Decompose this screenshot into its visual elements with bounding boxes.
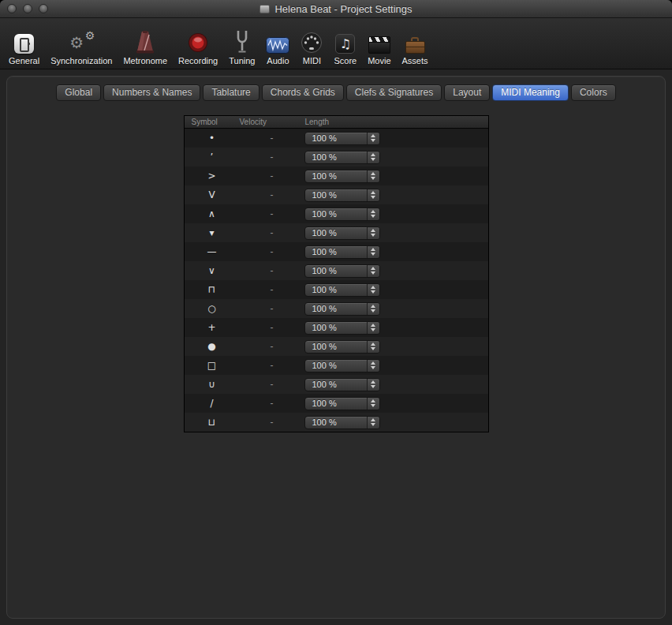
- articulation-symbol: ∪: [208, 380, 215, 389]
- length-stepper[interactable]: 100 %: [304, 264, 380, 278]
- length-value: 100 %: [305, 228, 367, 238]
- stepper-down-icon[interactable]: [371, 139, 375, 142]
- toolbar-item-recording[interactable]: Recording: [173, 29, 223, 65]
- stepper-arrows[interactable]: [367, 265, 379, 277]
- stepper-down-icon[interactable]: [371, 158, 375, 161]
- stepper-arrows[interactable]: [367, 227, 379, 239]
- stepper-arrows[interactable]: [367, 341, 379, 353]
- stepper-arrows[interactable]: [367, 303, 379, 315]
- velocity-value: -: [271, 133, 274, 144]
- length-stepper[interactable]: 100 %: [304, 302, 380, 316]
- stepper-up-icon[interactable]: [371, 267, 375, 270]
- stepper-down-icon[interactable]: [371, 404, 375, 407]
- stepper-up-icon[interactable]: [371, 248, 375, 251]
- length-stepper[interactable]: 100 %: [304, 226, 380, 240]
- tab-tablature[interactable]: Tablature: [203, 84, 259, 101]
- toolbar-label: Metronome: [123, 56, 167, 65]
- stepper-arrows[interactable]: [367, 322, 379, 334]
- stepper-arrows[interactable]: [367, 379, 379, 391]
- stepper-down-icon[interactable]: [371, 309, 375, 312]
- stepper-down-icon[interactable]: [371, 215, 375, 218]
- stepper-arrows[interactable]: [367, 398, 379, 410]
- toolbar-item-midi[interactable]: MIDI: [295, 29, 328, 65]
- stepper-down-icon[interactable]: [371, 290, 375, 294]
- stepper-up-icon[interactable]: [371, 399, 375, 402]
- stepper-down-icon[interactable]: [371, 366, 375, 369]
- toolbar-item-audio[interactable]: Audio: [260, 29, 295, 65]
- stepper-up-icon[interactable]: [371, 153, 375, 156]
- stepper-up-icon[interactable]: [371, 172, 375, 175]
- stepper-up-icon[interactable]: [371, 418, 375, 421]
- stepper-down-icon[interactable]: [371, 423, 375, 426]
- length-stepper[interactable]: 100 %: [304, 283, 380, 297]
- tab-midi-meaning[interactable]: MIDI Meaning: [492, 84, 569, 101]
- length-stepper[interactable]: 100 %: [304, 359, 380, 372]
- stepper-up-icon[interactable]: [371, 361, 375, 365]
- velocity-value: -: [271, 398, 274, 409]
- stepper-arrows[interactable]: [367, 246, 379, 258]
- tab-chords-grids[interactable]: Chords & Grids: [262, 84, 344, 101]
- stepper-down-icon[interactable]: [371, 253, 375, 256]
- stepper-down-icon[interactable]: [371, 328, 375, 331]
- stepper-down-icon[interactable]: [371, 177, 375, 180]
- stepper-arrows[interactable]: [367, 208, 379, 220]
- stepper-down-icon[interactable]: [371, 196, 375, 199]
- tab-clefs-signatures[interactable]: Clefs & Signatures: [346, 84, 442, 101]
- stepper-down-icon[interactable]: [371, 271, 375, 275]
- stepper-arrows[interactable]: [367, 170, 379, 182]
- length-stepper[interactable]: 100 %: [304, 378, 380, 391]
- length-value: 100 %: [305, 247, 367, 256]
- toolbar-item-metronome[interactable]: Metronome: [118, 29, 173, 65]
- zoom-button[interactable]: [39, 4, 48, 13]
- length-stepper[interactable]: 100 %: [304, 245, 380, 259]
- length-stepper[interactable]: 100 %: [304, 340, 380, 354]
- articulation-symbol: ∨: [208, 266, 215, 275]
- stepper-arrows[interactable]: [367, 360, 379, 372]
- articulation-symbol: ○: [207, 304, 215, 313]
- close-button[interactable]: [7, 4, 17, 13]
- stepper-up-icon[interactable]: [371, 191, 375, 194]
- project-settings-window: Helena Beat - Project Settings General ⚙…: [0, 0, 672, 625]
- toolbar-item-synchronization[interactable]: ⚙⚙ Synchronization: [45, 29, 118, 65]
- stepper-down-icon[interactable]: [371, 234, 375, 237]
- toolbar-item-assets[interactable]: Assets: [397, 29, 434, 65]
- stepper-arrows[interactable]: [367, 189, 379, 201]
- stepper-arrows[interactable]: [367, 152, 379, 163]
- length-stepper[interactable]: 100 %: [304, 189, 380, 202]
- length-stepper[interactable]: 100 %: [304, 416, 380, 429]
- stepper-up-icon[interactable]: [371, 324, 375, 327]
- length-stepper[interactable]: 100 %: [304, 397, 380, 410]
- tab-colors[interactable]: Colors: [571, 84, 616, 101]
- length-stepper[interactable]: 100 %: [304, 132, 380, 145]
- stepper-arrows[interactable]: [367, 417, 379, 429]
- stepper-up-icon[interactable]: [371, 342, 375, 346]
- length-stepper[interactable]: 100 %: [304, 321, 380, 335]
- toolbar-item-score[interactable]: ♫ Score: [328, 29, 362, 65]
- tab-numbers-names[interactable]: Numbers & Names: [103, 84, 200, 101]
- toolbar-item-tuning[interactable]: Tuning: [223, 29, 260, 65]
- stepper-down-icon[interactable]: [371, 347, 375, 350]
- minimize-button[interactable]: [23, 4, 32, 13]
- table-row: +-100 %: [185, 318, 488, 337]
- stepper-up-icon[interactable]: [371, 305, 375, 308]
- stepper-up-icon[interactable]: [371, 134, 375, 137]
- stepper-up-icon[interactable]: [371, 229, 375, 232]
- length-stepper[interactable]: 100 %: [304, 151, 380, 164]
- articulation-symbol: ▾: [209, 228, 214, 238]
- tab-global[interactable]: Global: [56, 84, 101, 101]
- stepper-down-icon[interactable]: [371, 385, 375, 388]
- length-stepper[interactable]: 100 %: [304, 208, 380, 221]
- toolbar-item-movie[interactable]: Movie: [362, 29, 396, 65]
- toolbar-item-general[interactable]: General: [3, 29, 45, 65]
- stepper-arrows[interactable]: [367, 284, 379, 296]
- tab-layout[interactable]: Layout: [444, 84, 490, 101]
- length-column-header: Length: [304, 118, 386, 126]
- stepper-up-icon[interactable]: [371, 210, 375, 213]
- stepper-arrows[interactable]: [367, 133, 379, 144]
- toolbar-label: Audio: [267, 56, 289, 65]
- length-stepper[interactable]: 100 %: [304, 170, 380, 183]
- stepper-up-icon[interactable]: [371, 286, 375, 289]
- stepper-up-icon[interactable]: [371, 380, 375, 384]
- briefcase-icon: [405, 29, 425, 54]
- title-bar[interactable]: Helena Beat - Project Settings: [0, 0, 672, 18]
